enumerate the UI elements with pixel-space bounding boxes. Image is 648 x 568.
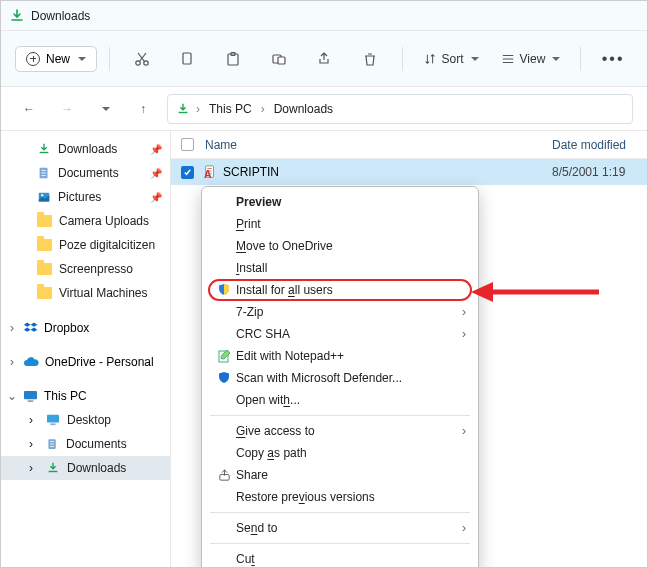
- crumb-downloads[interactable]: Downloads: [271, 100, 336, 118]
- crumb-thispc[interactable]: This PC: [206, 100, 255, 118]
- ctx-move-onedrive[interactable]: Move to OneDrive: [204, 235, 476, 257]
- svg-rect-12: [47, 415, 59, 423]
- delete-button[interactable]: [350, 42, 390, 76]
- sidebar-item-label: Pictures: [58, 190, 101, 204]
- svg-rect-6: [278, 57, 285, 64]
- chevron-down-icon: [471, 57, 479, 61]
- notepad-icon: [212, 349, 236, 363]
- svg-text:A: A: [204, 168, 212, 179]
- column-date[interactable]: Date modified: [552, 138, 647, 152]
- picture-icon: [37, 190, 51, 204]
- cloud-icon: [23, 357, 39, 368]
- context-menu: Preview Print Move to OneDrive Install I…: [201, 186, 479, 568]
- chevron-right-icon: ›: [29, 413, 39, 427]
- divider: [580, 47, 581, 71]
- select-all-checkbox[interactable]: [171, 138, 203, 151]
- chevron-right-icon: ›: [261, 102, 265, 116]
- back-button[interactable]: ←: [15, 95, 43, 123]
- cut-button[interactable]: [122, 42, 162, 76]
- ctx-edit-notepad[interactable]: Edit with Notepad++: [204, 345, 476, 367]
- new-button[interactable]: New: [15, 46, 97, 72]
- ctx-crc-sha[interactable]: CRC SHA›: [204, 323, 476, 345]
- file-name: SCRIPTIN: [223, 165, 279, 179]
- svg-rect-2: [183, 53, 191, 64]
- shield-icon: [212, 371, 236, 385]
- sidebar-item-downloads[interactable]: Downloads📌: [1, 137, 170, 161]
- chevron-right-icon: ›: [462, 521, 466, 535]
- ctx-cut[interactable]: Cut: [204, 548, 476, 568]
- svg-rect-13: [50, 423, 55, 425]
- file-date: 8/5/2001 1:19: [552, 165, 647, 179]
- svg-rect-10: [24, 390, 37, 398]
- sidebar-item-onedrive[interactable]: › OneDrive - Personal: [1, 350, 170, 374]
- ctx-scan-defender[interactable]: Scan with Microsoft Defender...: [204, 367, 476, 389]
- chevron-right-icon: ›: [29, 461, 39, 475]
- sidebar-item-camera-uploads[interactable]: Camera Uploads: [1, 209, 170, 233]
- sidebar-item-documents-pc[interactable]: › Documents: [1, 432, 170, 456]
- svg-rect-11: [28, 400, 34, 402]
- shield-icon: [217, 283, 231, 297]
- up-button[interactable]: ↑: [129, 95, 157, 123]
- forward-button[interactable]: →: [53, 95, 81, 123]
- download-icon: [176, 102, 190, 116]
- ctx-send-to[interactable]: Send to›: [204, 517, 476, 539]
- share-icon: [212, 469, 236, 482]
- breadcrumb[interactable]: › This PC › Downloads: [167, 94, 633, 124]
- sidebar-item-virtual-machines[interactable]: Virtual Machines: [1, 281, 170, 305]
- chevron-right-icon: ›: [196, 102, 200, 116]
- file-row[interactable]: A SCRIPTIN 8/5/2001 1:19: [171, 159, 647, 185]
- sidebar-item-label: Virtual Machines: [59, 286, 148, 300]
- more-button[interactable]: •••: [593, 42, 633, 76]
- folder-icon: [37, 287, 52, 299]
- pin-icon: 📌: [150, 168, 162, 179]
- sidebar-item-label: Desktop: [67, 413, 111, 427]
- ellipsis-icon: •••: [602, 50, 625, 68]
- toolbar: New Sort View •••: [1, 31, 647, 87]
- rename-button[interactable]: [259, 42, 299, 76]
- sidebar-item-thispc[interactable]: ⌄ This PC: [1, 384, 170, 408]
- sidebar-item-label: Camera Uploads: [59, 214, 149, 228]
- sort-icon: [423, 52, 437, 66]
- column-name[interactable]: Name: [203, 138, 552, 152]
- sidebar-item-desktop[interactable]: › Desktop: [1, 408, 170, 432]
- sidebar-item-documents[interactable]: Documents📌: [1, 161, 170, 185]
- pin-icon: 📌: [150, 192, 162, 203]
- ctx-open-with[interactable]: Open with...: [204, 389, 476, 411]
- ctx-print[interactable]: Print: [204, 213, 476, 235]
- ctx-install[interactable]: Install: [204, 257, 476, 279]
- chevron-down-icon: [78, 57, 86, 61]
- folder-icon: [37, 215, 52, 227]
- recent-locations-button[interactable]: [91, 95, 119, 123]
- document-icon: [46, 437, 59, 451]
- ctx-copy-as-path[interactable]: Copy as path: [204, 442, 476, 464]
- ctx-7zip[interactable]: 7-Zip›: [204, 301, 476, 323]
- sidebar-item-downloads-pc[interactable]: › Downloads: [1, 456, 170, 480]
- copy-button[interactable]: [168, 42, 208, 76]
- sidebar-item-label: Documents: [66, 437, 127, 451]
- chevron-down-icon: ⌄: [7, 389, 17, 403]
- ctx-share[interactable]: Share: [204, 464, 476, 486]
- separator: [210, 512, 470, 513]
- divider: [109, 47, 110, 71]
- sidebar-item-label: Screenpresso: [59, 262, 133, 276]
- separator: [210, 543, 470, 544]
- document-icon: [37, 166, 51, 180]
- dropbox-icon: [23, 320, 38, 335]
- ctx-install-all-users[interactable]: Install for all users: [204, 279, 476, 301]
- ctx-restore-versions[interactable]: Restore previous versions: [204, 486, 476, 508]
- share-button[interactable]: [304, 42, 344, 76]
- ctx-preview[interactable]: Preview: [204, 191, 476, 213]
- chevron-right-icon: ›: [7, 321, 17, 335]
- sidebar-item-screenpresso[interactable]: Screenpresso: [1, 257, 170, 281]
- sort-button[interactable]: Sort: [415, 47, 487, 71]
- sidebar-item-pictures[interactable]: Pictures📌: [1, 185, 170, 209]
- row-checkbox[interactable]: [171, 166, 203, 179]
- folder-icon: [37, 263, 52, 275]
- title-bar: Downloads: [1, 1, 647, 31]
- sidebar-item-poze[interactable]: Poze digitalcitizen: [1, 233, 170, 257]
- view-button[interactable]: View: [493, 47, 569, 71]
- address-bar-row: ← → ↑ › This PC › Downloads: [1, 87, 647, 131]
- sidebar-item-dropbox[interactable]: › Dropbox: [1, 315, 170, 340]
- paste-button[interactable]: [213, 42, 253, 76]
- ctx-give-access[interactable]: Give access to›: [204, 420, 476, 442]
